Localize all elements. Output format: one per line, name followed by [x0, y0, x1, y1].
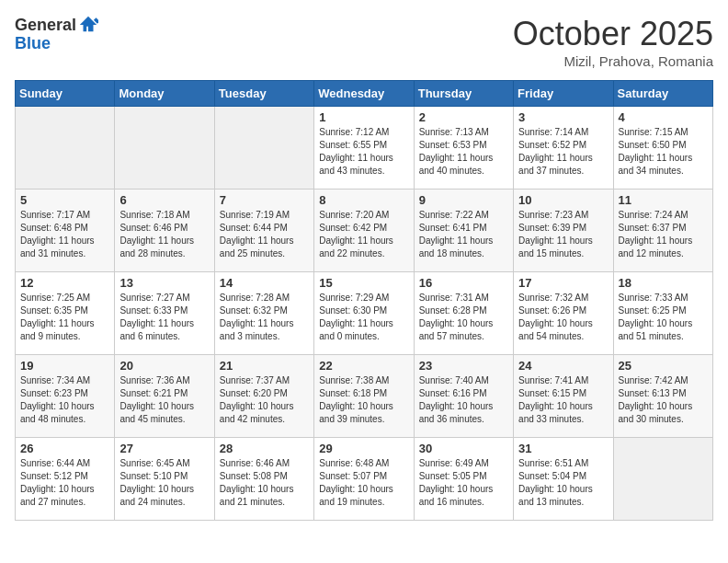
day-number: 23 — [419, 359, 508, 373]
calendar-cell: 30Sunrise: 6:49 AM Sunset: 5:05 PM Dayli… — [414, 438, 513, 521]
day-number: 24 — [518, 359, 608, 373]
day-detail: Sunrise: 7:32 AM Sunset: 6:26 PM Dayligh… — [518, 292, 608, 343]
day-number: 18 — [619, 276, 708, 290]
calendar-cell: 15Sunrise: 7:29 AM Sunset: 6:30 PM Dayli… — [314, 272, 414, 355]
calendar-cell: 24Sunrise: 7:41 AM Sunset: 6:15 PM Dayli… — [514, 355, 613, 438]
day-number: 3 — [518, 110, 608, 124]
day-number: 19 — [20, 359, 109, 373]
calendar-cell: 10Sunrise: 7:23 AM Sunset: 6:39 PM Dayli… — [514, 190, 613, 272]
day-detail: Sunrise: 7:22 AM Sunset: 6:41 PM Dayligh… — [419, 209, 508, 260]
day-number: 29 — [319, 442, 408, 455]
calendar-cell: 16Sunrise: 7:31 AM Sunset: 6:28 PM Dayli… — [414, 272, 513, 355]
header-thursday: Thursday — [414, 81, 513, 107]
day-detail: Sunrise: 7:17 AM Sunset: 6:48 PM Dayligh… — [20, 209, 109, 260]
day-number: 14 — [220, 276, 309, 290]
calendar-cell: 26Sunrise: 6:44 AM Sunset: 5:12 PM Dayli… — [16, 438, 115, 521]
day-detail: Sunrise: 6:48 AM Sunset: 5:07 PM Dayligh… — [319, 457, 408, 509]
day-detail: Sunrise: 7:15 AM Sunset: 6:50 PM Dayligh… — [619, 126, 708, 178]
calendar-header: SundayMondayTuesdayWednesdayThursdayFrid… — [16, 81, 713, 107]
day-detail: Sunrise: 7:14 AM Sunset: 6:52 PM Dayligh… — [518, 126, 608, 178]
day-detail: Sunrise: 7:25 AM Sunset: 6:35 PM Dayligh… — [20, 292, 109, 343]
calendar-cell: 8Sunrise: 7:20 AM Sunset: 6:42 PM Daylig… — [314, 190, 414, 272]
day-number: 28 — [220, 442, 309, 455]
day-number: 7 — [220, 193, 309, 207]
calendar-cell: 6Sunrise: 7:18 AM Sunset: 6:46 PM Daylig… — [115, 190, 214, 272]
logo: General Blue — [15, 15, 98, 52]
day-number: 8 — [319, 193, 408, 207]
day-detail: Sunrise: 7:36 AM Sunset: 6:21 PM Dayligh… — [119, 374, 209, 426]
calendar-cell: 1Sunrise: 7:12 AM Sunset: 6:55 PM Daylig… — [314, 107, 414, 190]
day-detail: Sunrise: 7:28 AM Sunset: 6:32 PM Dayligh… — [220, 292, 309, 343]
day-number: 21 — [220, 359, 309, 373]
calendar-cell: 3Sunrise: 7:14 AM Sunset: 6:52 PM Daylig… — [514, 107, 613, 190]
day-number: 30 — [419, 442, 508, 455]
calendar-cell: 7Sunrise: 7:19 AM Sunset: 6:44 PM Daylig… — [214, 190, 313, 272]
day-detail: Sunrise: 7:40 AM Sunset: 6:16 PM Dayligh… — [419, 374, 508, 426]
calendar-cell — [16, 107, 115, 190]
calendar-cell: 20Sunrise: 7:36 AM Sunset: 6:21 PM Dayli… — [115, 355, 214, 438]
day-detail: Sunrise: 7:13 AM Sunset: 6:53 PM Dayligh… — [419, 126, 508, 178]
calendar-cell: 2Sunrise: 7:13 AM Sunset: 6:53 PM Daylig… — [414, 107, 513, 190]
day-number: 6 — [119, 193, 209, 207]
header-monday: Monday — [115, 81, 214, 107]
day-number: 22 — [319, 359, 408, 373]
day-detail: Sunrise: 7:41 AM Sunset: 6:15 PM Dayligh… — [518, 374, 608, 426]
calendar-cell: 31Sunrise: 6:51 AM Sunset: 5:04 PM Dayli… — [514, 438, 613, 521]
day-detail: Sunrise: 7:23 AM Sunset: 6:39 PM Dayligh… — [518, 209, 608, 260]
day-number: 15 — [319, 276, 408, 290]
day-detail: Sunrise: 7:38 AM Sunset: 6:18 PM Dayligh… — [319, 374, 408, 426]
day-detail: Sunrise: 6:51 AM Sunset: 5:04 PM Dayligh… — [518, 457, 608, 509]
header-saturday: Saturday — [613, 81, 712, 107]
day-number: 9 — [419, 193, 508, 207]
day-number: 2 — [419, 110, 508, 124]
day-detail: Sunrise: 7:42 AM Sunset: 6:13 PM Dayligh… — [619, 374, 708, 426]
day-number: 12 — [20, 276, 109, 290]
day-number: 10 — [518, 193, 608, 207]
day-number: 27 — [119, 442, 209, 455]
calendar-cell: 27Sunrise: 6:45 AM Sunset: 5:10 PM Dayli… — [115, 438, 214, 521]
day-detail: Sunrise: 7:27 AM Sunset: 6:33 PM Dayligh… — [119, 292, 209, 343]
calendar-cell: 25Sunrise: 7:42 AM Sunset: 6:13 PM Dayli… — [613, 355, 712, 438]
day-detail: Sunrise: 7:12 AM Sunset: 6:55 PM Dayligh… — [319, 126, 408, 178]
calendar-cell — [115, 107, 214, 190]
location: Mizil, Prahova, Romania — [513, 53, 713, 69]
day-detail: Sunrise: 6:46 AM Sunset: 5:08 PM Dayligh… — [220, 457, 309, 509]
calendar-cell: 28Sunrise: 6:46 AM Sunset: 5:08 PM Dayli… — [214, 438, 313, 521]
day-number: 20 — [119, 359, 209, 373]
day-detail: Sunrise: 6:49 AM Sunset: 5:05 PM Dayligh… — [419, 457, 508, 509]
header-friday: Friday — [514, 81, 613, 107]
day-detail: Sunrise: 7:31 AM Sunset: 6:28 PM Dayligh… — [419, 292, 508, 343]
calendar-cell: 18Sunrise: 7:33 AM Sunset: 6:25 PM Dayli… — [613, 272, 712, 355]
calendar-cell — [613, 438, 712, 521]
page-header: General Blue October 2025 Mizil, Prahova… — [15, 15, 713, 69]
day-number: 11 — [619, 193, 708, 207]
calendar-table: SundayMondayTuesdayWednesdayThursdayFrid… — [15, 80, 713, 521]
day-detail: Sunrise: 7:19 AM Sunset: 6:44 PM Dayligh… — [220, 209, 309, 260]
calendar-cell — [214, 107, 313, 190]
header-sunday: Sunday — [16, 81, 115, 107]
logo-icon — [78, 15, 98, 35]
header-tuesday: Tuesday — [214, 81, 313, 107]
header-wednesday: Wednesday — [314, 81, 414, 107]
calendar-cell: 21Sunrise: 7:37 AM Sunset: 6:20 PM Dayli… — [214, 355, 313, 438]
day-detail: Sunrise: 6:44 AM Sunset: 5:12 PM Dayligh… — [20, 457, 109, 509]
calendar-cell: 19Sunrise: 7:34 AM Sunset: 6:23 PM Dayli… — [16, 355, 115, 438]
day-number: 4 — [619, 110, 708, 124]
logo-general: General — [15, 17, 76, 33]
day-detail: Sunrise: 7:33 AM Sunset: 6:25 PM Dayligh… — [619, 292, 708, 343]
calendar-cell: 5Sunrise: 7:17 AM Sunset: 6:48 PM Daylig… — [16, 190, 115, 272]
calendar-cell: 23Sunrise: 7:40 AM Sunset: 6:16 PM Dayli… — [414, 355, 513, 438]
calendar-cell: 9Sunrise: 7:22 AM Sunset: 6:41 PM Daylig… — [414, 190, 513, 272]
calendar-cell: 13Sunrise: 7:27 AM Sunset: 6:33 PM Dayli… — [115, 272, 214, 355]
calendar-cell: 17Sunrise: 7:32 AM Sunset: 6:26 PM Dayli… — [514, 272, 613, 355]
day-detail: Sunrise: 7:37 AM Sunset: 6:20 PM Dayligh… — [220, 374, 309, 426]
day-detail: Sunrise: 6:45 AM Sunset: 5:10 PM Dayligh… — [119, 457, 209, 509]
calendar-cell: 14Sunrise: 7:28 AM Sunset: 6:32 PM Dayli… — [214, 272, 313, 355]
calendar-cell: 22Sunrise: 7:38 AM Sunset: 6:18 PM Dayli… — [314, 355, 414, 438]
day-number: 31 — [518, 442, 608, 455]
day-number: 16 — [419, 276, 508, 290]
day-number: 17 — [518, 276, 608, 290]
month-title: October 2025 — [513, 15, 713, 53]
day-detail: Sunrise: 7:18 AM Sunset: 6:46 PM Dayligh… — [119, 209, 209, 260]
title-block: October 2025 Mizil, Prahova, Romania — [513, 15, 713, 69]
